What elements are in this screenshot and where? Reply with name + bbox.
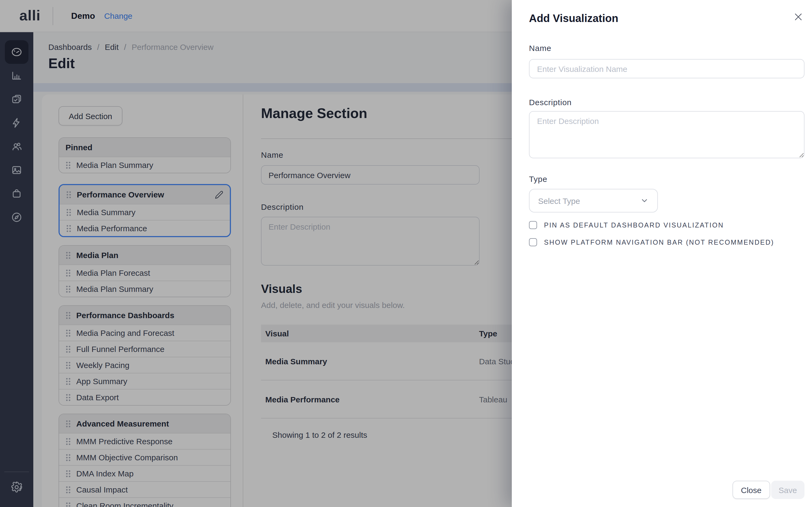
visualization-name-input[interactable] bbox=[529, 59, 805, 78]
add-visualization-modal: Add Visualization Name Description Type … bbox=[512, 0, 812, 507]
save-button[interactable]: Save bbox=[771, 481, 805, 499]
chevron-down-icon bbox=[640, 196, 649, 205]
modal-title: Add Visualization bbox=[529, 12, 618, 25]
modal-description-label: Description bbox=[529, 98, 572, 107]
modal-type-label: Type bbox=[529, 174, 547, 183]
close-icon[interactable] bbox=[792, 11, 805, 23]
checkbox[interactable] bbox=[529, 238, 537, 246]
visualization-description-textarea[interactable] bbox=[529, 111, 805, 158]
checkbox-label: SHOW PLATFORM NAVIGATION BAR (NOT RECOMM… bbox=[544, 238, 774, 246]
close-button[interactable]: Close bbox=[732, 481, 770, 499]
pin-default-checkbox-row[interactable]: PIN AS DEFAULT DASHBOARD VISUALIZATION bbox=[529, 221, 724, 229]
modal-name-label: Name bbox=[529, 44, 551, 53]
type-select-value: Select Type bbox=[538, 196, 640, 205]
app-root: alli Demo Change bbox=[0, 0, 812, 507]
checkbox[interactable] bbox=[529, 221, 537, 229]
type-select[interactable]: Select Type bbox=[529, 189, 658, 213]
show-nav-checkbox-row[interactable]: SHOW PLATFORM NAVIGATION BAR (NOT RECOMM… bbox=[529, 238, 774, 246]
checkbox-label: PIN AS DEFAULT DASHBOARD VISUALIZATION bbox=[544, 221, 724, 229]
